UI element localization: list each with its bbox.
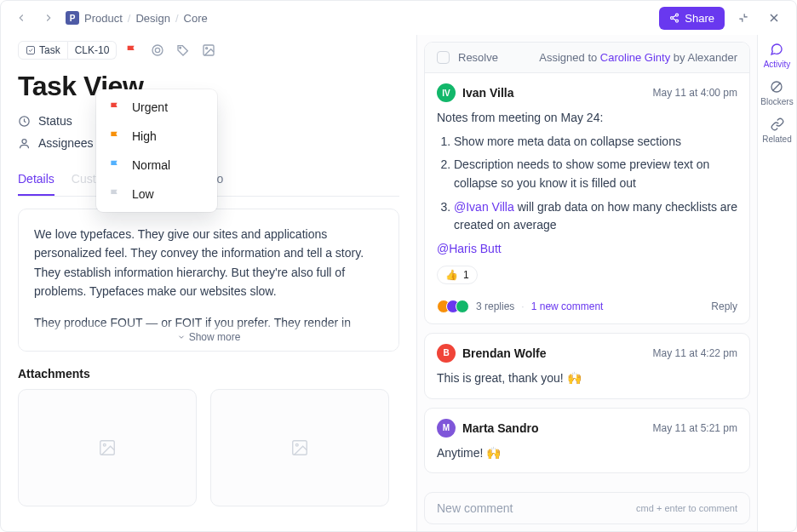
assigned-to-label: Assigned to Caroline Ginty by Alexander	[539, 51, 737, 64]
comment-timestamp: May 11 at 4:22 pm	[653, 347, 737, 359]
svg-point-2	[676, 20, 679, 22]
new-comment-indicator[interactable]: 1 new comment	[531, 300, 604, 312]
link-icon	[770, 117, 785, 132]
comment-timestamp: May 11 at 4:00 pm	[653, 87, 737, 99]
priority-option-high[interactable]: High	[96, 122, 217, 151]
resolve-checkbox[interactable]	[437, 51, 450, 64]
breadcrumb: P Product/ Design/ Core	[66, 11, 208, 25]
svg-line-20	[773, 83, 781, 90]
description-card: We love typefaces. They give our sites a…	[18, 209, 399, 352]
close-icon[interactable]	[762, 6, 786, 30]
svg-point-18	[295, 443, 298, 446]
description-paragraph: We love typefaces. They give our sites a…	[34, 225, 383, 301]
svg-point-8	[152, 45, 163, 55]
task-type-badge[interactable]: Task	[18, 41, 68, 60]
crumb-product[interactable]: Product	[84, 12, 123, 25]
target-icon[interactable]	[151, 43, 164, 57]
nav-forward[interactable]	[38, 8, 59, 28]
attachment-placeholder[interactable]	[210, 389, 389, 506]
rail-blockers[interactable]: Blockers	[760, 79, 793, 106]
show-more-button[interactable]: Show more	[19, 321, 398, 351]
comment-author: Marta Sandro	[462, 421, 538, 435]
svg-line-4	[674, 15, 676, 17]
avatar: B	[437, 344, 456, 363]
comment-card: B Brendan Wolfe May 11 at 4:22 pm This i…	[424, 333, 750, 399]
svg-point-9	[156, 48, 160, 52]
comment-author: Brendan Wolfe	[462, 346, 547, 360]
composer-placeholder: New comment	[437, 501, 513, 515]
block-icon	[769, 79, 784, 94]
reply-count: 3 replies	[476, 300, 514, 312]
svg-rect-7	[27, 47, 35, 54]
priority-dropdown: Urgent High Normal Low	[96, 89, 217, 212]
attachments-heading: Attachments	[18, 367, 399, 380]
collapse-icon[interactable]	[731, 6, 755, 30]
reaction-pill[interactable]: 👍 1	[437, 266, 478, 284]
comment-body: Anytime! 🙌	[437, 444, 737, 463]
svg-point-12	[206, 48, 208, 49]
svg-point-0	[676, 14, 679, 16]
reply-button[interactable]: Reply	[711, 300, 737, 312]
composer-hint: cmd + enter to comment	[636, 503, 737, 513]
priority-option-low[interactable]: Low	[96, 180, 217, 209]
status-icon	[18, 114, 32, 128]
avatar: M	[437, 419, 456, 438]
assignee-link[interactable]: Caroline Ginty	[600, 51, 670, 64]
share-button[interactable]: Share	[659, 7, 725, 30]
person-icon	[18, 136, 32, 150]
svg-point-14	[22, 139, 26, 143]
workspace-icon: P	[66, 11, 79, 25]
nav-back[interactable]	[11, 8, 32, 28]
comment-body: This is great, thank you! 🙌	[437, 369, 737, 388]
reply-avatars	[437, 300, 469, 313]
image-icon[interactable]	[202, 43, 215, 57]
attachment-placeholder[interactable]	[18, 389, 197, 506]
comment-author: Ivan Villa	[462, 86, 513, 100]
svg-line-3	[674, 19, 676, 20]
priority-option-urgent[interactable]: Urgent	[96, 93, 217, 122]
flag-icon[interactable]	[125, 43, 139, 57]
comment-card: M Marta Sandro May 11 at 5:21 pm Anytime…	[424, 408, 750, 474]
svg-point-16	[103, 443, 106, 446]
mention[interactable]: @Haris Butt	[437, 240, 737, 259]
chat-icon	[769, 42, 784, 57]
svg-point-1	[671, 17, 674, 20]
task-id-badge[interactable]: CLK-10	[68, 41, 118, 60]
svg-point-10	[180, 48, 181, 49]
tab-details[interactable]: Details	[18, 165, 54, 196]
comment-timestamp: May 11 at 5:21 pm	[653, 422, 737, 434]
comment-thread: Resolve Assigned to Caroline Ginty by Al…	[424, 42, 750, 324]
rail-activity[interactable]: Activity	[764, 42, 791, 69]
crumb-core[interactable]: Core	[184, 12, 208, 25]
priority-option-normal[interactable]: Normal	[96, 151, 217, 180]
mention[interactable]: @Ivan Villa	[454, 200, 518, 214]
resolve-label: Resolve	[458, 51, 498, 64]
crumb-design[interactable]: Design	[135, 12, 169, 25]
new-comment-input[interactable]: New comment cmd + enter to comment	[424, 492, 750, 524]
tag-icon[interactable]	[176, 43, 190, 57]
comment-body: Notes from meeting on May 24: Show more …	[437, 109, 737, 259]
avatar: IV	[437, 83, 456, 102]
rail-related[interactable]: Related	[762, 117, 791, 144]
